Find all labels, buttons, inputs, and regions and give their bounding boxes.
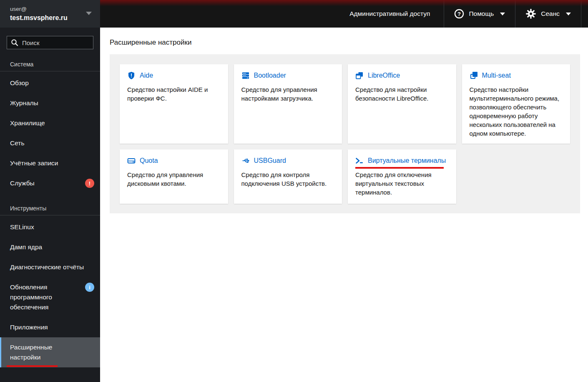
help-menu-label: Помощь	[469, 10, 494, 18]
card-description: Средство для управления дисковыми квотам…	[127, 170, 221, 188]
aide-link[interactable]: Aide	[127, 71, 153, 80]
quota-link[interactable]: Quota	[127, 157, 158, 165]
sidebar-item-overview[interactable]: Обзор	[0, 73, 100, 93]
card-multi-seat: Multi-seat Средство настройки мультитерм…	[462, 64, 570, 144]
card-bootloader: Bootloader Средство для управления настр…	[234, 64, 342, 144]
username: user@	[10, 5, 93, 13]
main-content: Расширенные настройки Aide	[100, 28, 588, 382]
sidebar-item-storage[interactable]: Хранилище	[0, 113, 100, 133]
hostname: test.msvsphere.ru	[10, 13, 93, 22]
card-description: Средство настройки мультитерминального р…	[470, 85, 563, 138]
card-quota: Quota Средство для управления дисковыми …	[120, 149, 228, 204]
server-icon	[241, 71, 250, 80]
search-input[interactable]	[7, 36, 93, 49]
sidebar-item-diagnostic-reports[interactable]: Диагностические отчёты	[0, 257, 100, 277]
host-selector[interactable]: user@ test.msvsphere.ru	[0, 0, 100, 28]
chevron-down-icon	[86, 12, 92, 15]
card-usbguard: USBGuard Средство для контроля подключен…	[234, 149, 342, 204]
nav-section-title: Инструменты	[0, 201, 100, 215]
shield-exclamation-icon	[127, 71, 136, 80]
card-description: Средство для управления настройками загр…	[241, 85, 335, 103]
chevron-down-icon	[566, 13, 571, 15]
chevron-down-icon	[500, 13, 505, 15]
info-badge: i	[85, 283, 94, 292]
usb-icon	[241, 157, 250, 165]
session-menu[interactable]: Сеанс	[515, 0, 581, 28]
question-circle-icon: ?	[454, 9, 464, 19]
masthead: Административный доступ ? Помощь	[100, 0, 588, 28]
help-menu[interactable]: ? Помощь	[444, 0, 515, 28]
card-aide: Aide Средство настройки AIDE и проверки …	[120, 64, 228, 144]
usbguard-link[interactable]: USBGuard	[241, 157, 286, 165]
libreoffice-link[interactable]: LibreOffice	[355, 71, 400, 80]
card-description: Средство для контроля подключения USB ус…	[241, 170, 335, 188]
sidebar-item-logs[interactable]: Журналы	[0, 93, 100, 113]
window-restore-icon	[355, 71, 364, 80]
card-virtual-terminals: Виртуальные терминалы Средство для отклю…	[348, 149, 456, 204]
search-box	[7, 36, 93, 49]
sidebar-item-accounts[interactable]: Учётные записи	[0, 153, 100, 173]
cards-grid: Aide Средство настройки AIDE и проверки …	[120, 64, 570, 204]
gear-icon	[525, 8, 536, 19]
terminal-icon	[355, 157, 364, 165]
virtual-terminals-link[interactable]: Виртуальные терминалы	[355, 157, 446, 165]
red-underline	[355, 167, 444, 169]
nav-section-tools: Инструменты SELinux Дамп ядра Диагностич…	[0, 201, 100, 367]
card-libreoffice: LibreOffice Средство для настройки безоп…	[348, 64, 456, 144]
danger-badge: !	[85, 179, 94, 188]
sidebar-item-services[interactable]: Службы !	[0, 173, 100, 193]
red-underline	[7, 365, 58, 367]
sidebar-item-software-updates[interactable]: Обновления программного обеспечения i	[0, 277, 100, 317]
sidebar-item-advanced-settings[interactable]: Расширенные настройки	[0, 337, 100, 367]
multi-seat-link[interactable]: Multi-seat	[470, 71, 511, 80]
sidebar: user@ test.msvsphere.ru Система Обзор	[0, 0, 100, 382]
search-icon	[11, 39, 18, 46]
nav-section-title: Система	[0, 57, 100, 71]
app-window: Административный доступ ? Помощь	[0, 0, 588, 382]
svg-text:?: ?	[457, 11, 461, 17]
sidebar-item-applications[interactable]: Приложения	[0, 317, 100, 337]
sidebar-item-network[interactable]: Сеть	[0, 133, 100, 153]
card-description: Средство для настройки безопасности Libr…	[355, 85, 449, 103]
masthead-tail	[581, 0, 588, 28]
card-description: Средство для отключения виртуальных текс…	[355, 170, 449, 197]
sidebar-item-selinux[interactable]: SELinux	[0, 217, 100, 237]
hdd-icon	[127, 157, 136, 165]
page-title: Расширенные настройки	[110, 38, 191, 47]
session-menu-label: Сеанс	[541, 10, 560, 18]
administrative-access-button[interactable]: Административный доступ	[349, 10, 430, 18]
sidebar-item-kdump[interactable]: Дамп ядра	[0, 237, 100, 257]
card-description: Средство настройки AIDE и проверки ФС.	[127, 85, 221, 103]
bootloader-link[interactable]: Bootloader	[241, 71, 286, 80]
clone-icon	[470, 71, 478, 80]
tools-panel: Aide Средство настройки AIDE и проверки …	[110, 54, 580, 213]
nav-section-system: Система Обзор Журналы Хранилище Сеть Учё…	[0, 57, 100, 193]
